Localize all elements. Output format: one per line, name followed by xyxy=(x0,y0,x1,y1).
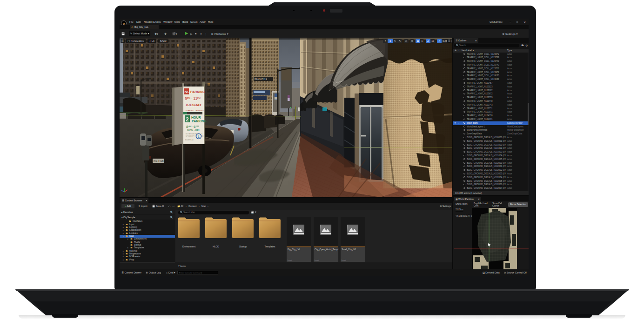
svg-text:HLOD: HLOD xyxy=(213,245,219,248)
svg-text:PM: PM xyxy=(197,97,201,100)
svg-text:-: - xyxy=(191,97,192,100)
svg-text:PM: PM xyxy=(187,97,190,100)
svg-text:Level: Level xyxy=(315,259,319,261)
svg-text:L: L xyxy=(198,135,200,138)
svg-text:KC·FC8: KC·FC8 xyxy=(154,160,164,162)
svg-text:BRANAT H E: BRANAT H E xyxy=(255,78,267,80)
svg-text:MON - FRI: MON - FRI xyxy=(187,129,200,132)
svg-text:AM: AM xyxy=(188,125,192,127)
svg-text:City_Open_World_Templ..: City_Open_World_Templ.. xyxy=(315,248,340,251)
svg-text:TUESDAY: TUESDAY xyxy=(185,103,201,107)
svg-text:Templates: Templates xyxy=(265,245,275,248)
svg-text:NO: NO xyxy=(185,90,190,94)
svg-text:EXCEPT AS: EXCEPT AS xyxy=(185,139,194,141)
svg-text:Startup: Startup xyxy=(239,245,247,248)
svg-text:Level: Level xyxy=(288,259,292,261)
svg-text:2: 2 xyxy=(186,116,189,123)
svg-text:HOUR: HOUR xyxy=(191,116,201,119)
svg-text:"STREET CLEANING": "STREET CLEANING" xyxy=(185,109,205,112)
svg-text:PM: PM xyxy=(196,125,199,127)
svg-text:Small_City_LVL: Small_City_LVL xyxy=(342,248,357,251)
svg-text:PARKING: PARKING xyxy=(192,120,207,123)
svg-text:11: 11 xyxy=(193,96,197,101)
svg-text:Big_City_LVL: Big_City_LVL xyxy=(288,248,301,251)
svg-text:Environment: Environment xyxy=(182,245,196,248)
svg-text:Level: Level xyxy=(342,259,346,261)
svg-text:PARKING: PARKING xyxy=(190,90,205,93)
